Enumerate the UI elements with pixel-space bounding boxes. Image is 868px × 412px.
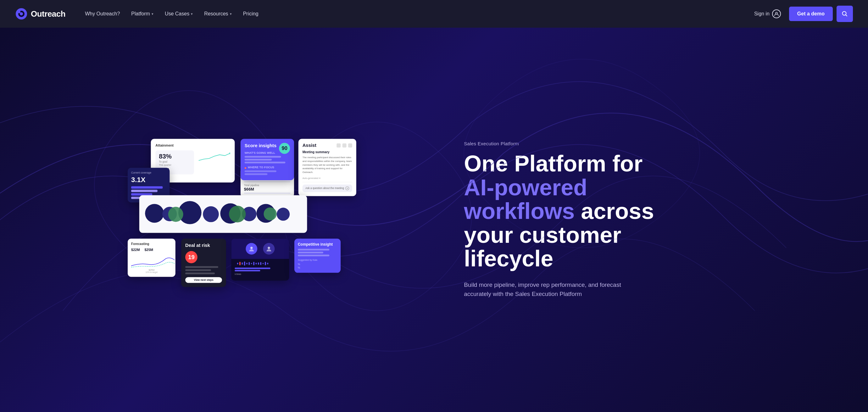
avatar-2 [263,243,275,255]
avatar-1 [246,243,257,255]
nav-why-outreach[interactable]: Why Outreach? [81,8,124,19]
svg-rect-15 [248,262,250,265]
hero-subtext: Build more pipeline, improve rep perform… [464,280,640,299]
svg-point-8 [250,247,252,249]
user-icon [772,9,781,18]
score-insights-card: 90 Score insights What's going well Wher… [240,139,294,180]
logo-text: Outreach [31,9,65,19]
svg-rect-17 [253,262,254,265]
view-next-steps-button[interactable]: View next steps [185,277,222,283]
hero-eyebrow: Sales Execution Platform [464,141,843,146]
bubbles-chart [139,195,307,233]
hero-section: Attainment 83% To goal This quarter $66M [0,28,868,412]
svg-point-3 [18,11,21,13]
forecast-card: Forecasting $22M $25M $25M 10% to target [128,239,176,277]
svg-rect-23 [267,263,268,264]
svg-rect-16 [251,263,252,264]
search-button[interactable] [837,6,853,22]
platform-chevron-icon: ▾ [152,12,153,16]
get-demo-button[interactable]: Get a demo [789,7,833,21]
svg-rect-10 [237,263,238,264]
nav-platform[interactable]: Platform ▾ [127,8,158,19]
ask-meeting-input[interactable]: Ask a question about the meeting [302,185,352,192]
hero-headline: One Platform for AI-powered workflows ac… [464,152,843,271]
assist-card: Assist Meeting summary The meeting parti… [298,139,356,196]
nav-use-cases[interactable]: Use Cases ▾ [160,8,197,19]
video-card: k times [231,239,289,281]
deal-at-risk-card: Deal at risk 19 View next steps [181,239,226,287]
navbar: Outreach Why Outreach? Platform ▾ Use Ca… [0,0,868,28]
svg-rect-11 [239,262,241,265]
search-icon [842,11,848,17]
svg-rect-14 [246,263,248,264]
competitive-insight-card: Competitive insight Suggested by Kaia % … [294,239,341,273]
nav-pricing[interactable]: Pricing [239,8,263,19]
svg-point-4 [776,12,777,14]
nav-resources[interactable]: Resources ▾ [200,8,236,19]
svg-rect-21 [262,263,264,264]
nav-links: Why Outreach? Platform ▾ Use Cases ▾ Res… [81,8,750,19]
logo[interactable]: Outreach [15,7,65,20]
svg-point-9 [268,247,270,249]
svg-rect-18 [255,263,257,264]
use-cases-chevron-icon: ▾ [191,12,193,16]
svg-rect-22 [265,262,266,265]
svg-rect-19 [258,262,259,264]
svg-rect-12 [242,262,243,264]
hero-mockup: Attainment 83% To goal This quarter $66M [0,28,451,412]
hero-text: Sales Execution Platform One Platform fo… [451,28,868,412]
svg-rect-20 [260,262,261,265]
nav-right: Sign in Get a demo [750,6,853,22]
svg-point-2 [20,12,23,15]
svg-rect-13 [244,261,245,265]
sign-in-button[interactable]: Sign in [750,7,785,21]
resources-chevron-icon: ▾ [230,12,232,16]
